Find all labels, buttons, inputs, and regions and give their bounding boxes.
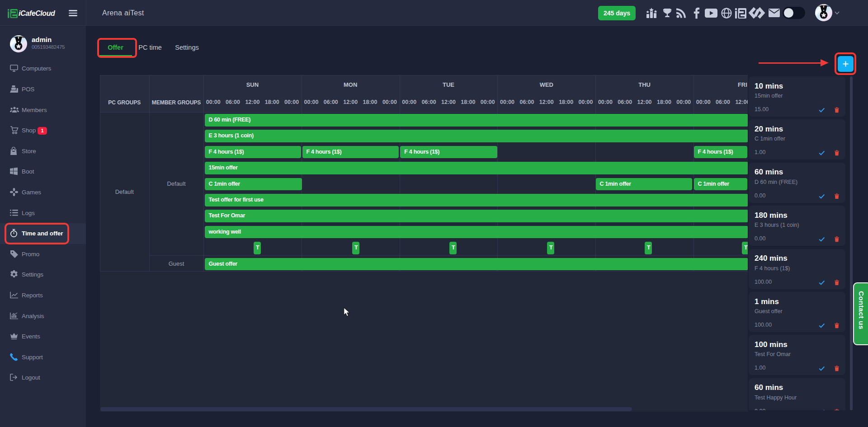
svg-text:PLATINUM: PLATINUM bbox=[13, 36, 25, 38]
svg-text:PLATINUM: PLATINUM bbox=[818, 5, 830, 7]
